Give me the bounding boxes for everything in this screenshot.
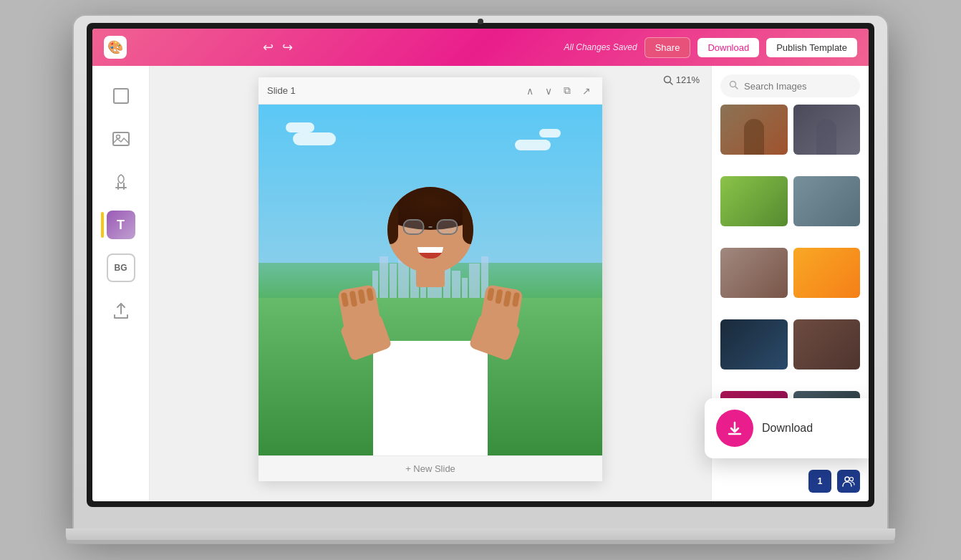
sidebar-item-shapes[interactable] [102,77,140,115]
sidebar-item-images[interactable] [102,120,140,158]
app-main: T BG [92,66,869,501]
canvas-area: 121% Slide 1 ∧ ∨ ⧉ ↗ [150,66,711,501]
image-thumb-8[interactable] [793,319,861,370]
header-download-button[interactable]: Download [697,38,759,57]
sidebar-item-elements[interactable] [102,163,140,201]
slide-copy-button[interactable]: ⧉ [561,83,574,98]
image-thumb-1[interactable] [720,105,788,155]
svg-rect-0 [114,89,128,103]
header-nav-actions: ↩ ↪ [263,39,293,55]
header-right-actions: All Changes Saved Share Download Publish… [564,37,857,58]
icon-button-1[interactable]: 1 [808,470,831,493]
slide-title: Slide 1 [267,85,296,96]
app-header: 🎨 ↩ ↪ All Changes Saved Share Download P… [92,29,869,66]
zoom-level: 121% [676,74,700,85]
share-button[interactable]: Share [644,37,691,58]
image-thumb-2[interactable] [793,105,861,155]
image-thumb-4[interactable] [793,176,861,226]
cloud-4 [539,129,561,137]
person-head [387,187,473,273]
slide-canvas[interactable] [259,105,602,455]
svg-line-6 [735,87,738,90]
slide-controls: ∧ ∨ ⧉ ↗ [523,83,594,98]
redo-button[interactable]: ↪ [282,39,293,55]
slide-header: Slide 1 ∧ ∨ ⧉ ↗ [259,77,602,105]
saved-status: All Changes Saved [564,42,637,52]
svg-point-2 [116,135,120,139]
left-hand [337,284,382,333]
slide-container: Slide 1 ∧ ∨ ⧉ ↗ [259,77,602,481]
publish-template-button[interactable]: Publish Template [766,38,857,57]
logo-emoji: 🎨 [107,39,123,55]
person-figure [337,105,523,455]
image-search-box[interactable] [720,74,860,97]
download-icon [726,420,743,437]
person-body [373,341,488,455]
download-label: Download [762,422,813,435]
image-thumb-7[interactable] [720,319,788,370]
bottom-icons: 1 [720,464,860,493]
zoom-indicator: 121% [663,74,700,85]
sidebar-item-background[interactable]: BG [102,249,140,286]
slide-down-button[interactable]: ∨ [542,84,555,98]
image-thumb-5[interactable] [720,248,788,298]
download-circle-button[interactable] [716,410,753,447]
sidebar-item-text[interactable]: T [102,206,140,243]
undo-button[interactable]: ↩ [263,39,274,55]
slide-external-button[interactable]: ↗ [579,84,594,98]
search-icon [729,80,738,92]
image-thumb-3[interactable] [720,176,788,226]
svg-line-4 [670,82,672,85]
text-tool-icon: T [107,211,135,239]
svg-rect-1 [113,132,129,145]
cloud-1 [293,132,336,145]
cloud-2 [286,122,314,132]
sidebar: T BG [92,66,150,501]
sidebar-item-upload[interactable] [102,292,140,329]
image-thumb-6[interactable] [793,248,861,298]
users-icon [842,475,855,488]
right-panel: Download 1 [711,66,869,501]
svg-point-7 [845,477,849,481]
new-slide-button[interactable]: + New Slide [259,455,602,481]
image-search-input[interactable] [744,81,851,92]
background-tool-icon: BG [107,254,135,282]
icon-button-2[interactable] [837,470,860,493]
download-popup: Download [705,398,869,458]
svg-point-8 [850,478,854,481]
app-logo: 🎨 [104,36,127,59]
right-hand [479,284,523,333]
zoom-icon [663,75,673,85]
slide-up-button[interactable]: ∧ [523,84,536,98]
